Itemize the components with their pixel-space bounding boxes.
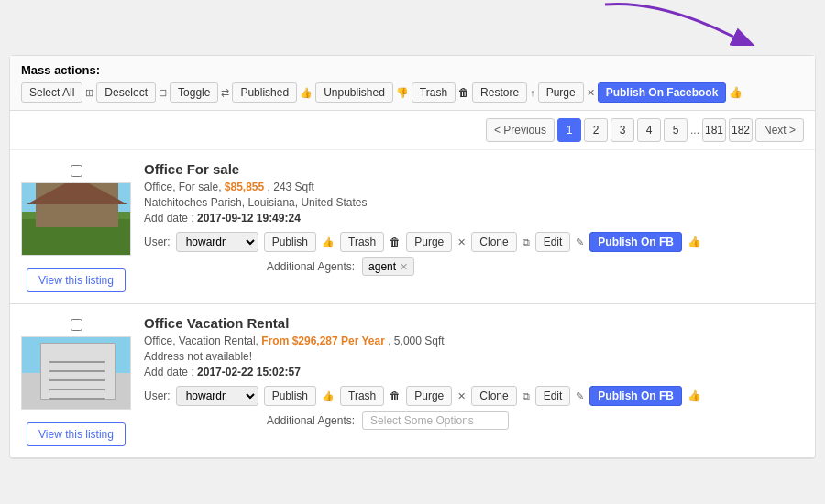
mass-actions-label: Mass actions: (21, 63, 804, 77)
fb-thumb-icon: 👍 (729, 86, 742, 99)
listing-date-1: Add date : 2017-09-12 19:49:24 (144, 212, 804, 225)
listing-publish-button-2[interactable]: Publish (264, 386, 316, 406)
listing-top-2: View this listing Office Vacation Rental… (21, 315, 804, 446)
restore-button[interactable]: Restore (472, 82, 527, 103)
add-date-value-1: 2017-09-12 19:49:24 (197, 212, 301, 225)
restore-icon: ↑ (530, 87, 535, 98)
listing-edit-icon-1: ✎ (576, 236, 584, 248)
user-label-1: User: (144, 236, 170, 248)
page-181-button[interactable]: 181 (702, 118, 726, 142)
listing-info-2: Office Vacation Rental Office, Vacation … (144, 315, 804, 430)
listing-checkbox-2[interactable] (71, 319, 82, 331)
listing-clone-icon-1: ⧉ (522, 236, 530, 248)
select-all-icon: ⊞ (85, 87, 94, 99)
listing-clone-icon-2: ⧉ (522, 390, 530, 402)
listing-trash-button-1[interactable]: Trash (340, 232, 384, 252)
user-label-2: User: (144, 389, 170, 402)
listing-card-2: View this listing Office Vacation Rental… (10, 304, 815, 458)
published-icon: 👍 (300, 87, 313, 99)
listing-publish-fb-button-2[interactable]: Publish On FB (589, 386, 682, 406)
listing-card-1: View this listing Office For sale Office… (10, 150, 815, 304)
view-listing-button-2[interactable]: View this listing (27, 422, 126, 446)
page-1-button[interactable]: 1 (557, 118, 581, 142)
add-date-label-1: Add date : (144, 212, 194, 225)
listing-location-2: Address not available! (144, 350, 804, 363)
listing-fb-thumb-icon-1: 👍 (688, 236, 701, 248)
agents-label-1: Additional Agents: (267, 260, 355, 273)
listing-publish-button-1[interactable]: Publish (264, 232, 316, 252)
prev-page-button[interactable]: < Previous (486, 118, 555, 142)
listing-trash-icon-1: 🗑 (390, 236, 401, 248)
listing-checkbox-1[interactable] (71, 165, 82, 177)
listing-publish-fb-button-1[interactable]: Publish On FB (589, 232, 682, 252)
arrow-annotation (0, 0, 825, 46)
deselect-icon: ⊟ (159, 87, 167, 99)
listing-desc-prefix-2: Office, Vacation Rental, (144, 334, 258, 347)
user-select-2[interactable]: howardr (176, 386, 258, 406)
listing-purge-button-2[interactable]: Purge (406, 386, 452, 406)
pagination-ellipsis: ... (690, 124, 699, 137)
listing-edit-icon-2: ✎ (576, 390, 584, 402)
deselect-button[interactable]: Deselect (96, 82, 156, 103)
listing-edit-button-2[interactable]: Edit (535, 386, 571, 406)
toggle-button[interactable]: Toggle (170, 82, 218, 103)
publish-thumb-icon-1: 👍 (322, 236, 335, 248)
listing-purge-icon-1: ✕ (457, 236, 466, 248)
select-all-button[interactable]: Select All (21, 82, 82, 103)
listing-price-2: From $296,287 Per Year (261, 334, 385, 347)
listing-left-col-1: View this listing (21, 161, 131, 292)
agents-row-2: Additional Agents: Select Some Options (267, 411, 804, 430)
listing-actions-2: User: howardr Publish 👍 Trash 🗑 Purge ✕ … (144, 386, 804, 406)
listing-title-1: Office For sale (144, 161, 804, 177)
purge-icon: ✕ (587, 87, 595, 99)
user-select-1[interactable]: howardr (176, 232, 258, 252)
next-page-button[interactable]: Next > (755, 118, 804, 142)
publish-thumb-icon-2: 👍 (322, 390, 335, 402)
publish-on-facebook-button[interactable]: Publish On Facebook (598, 82, 727, 103)
listing-edit-button-1[interactable]: Edit (535, 232, 571, 252)
listing-clone-button-2[interactable]: Clone (471, 386, 516, 406)
listing-purge-button-1[interactable]: Purge (406, 232, 452, 252)
page-2-button[interactable]: 2 (584, 118, 608, 142)
add-date-value-2: 2017-02-22 15:02:57 (197, 366, 301, 378)
agents-row-1: Additional Agents: agent ✕ (267, 257, 804, 276)
listing-trash-icon-2: 🗑 (390, 389, 401, 402)
listing-clone-button-1[interactable]: Clone (471, 232, 516, 252)
listing-desc-1: Office, For sale, $85,855 , 243 Sqft (144, 181, 804, 193)
page-4-button[interactable]: 4 (637, 118, 661, 142)
listing-price-1: $85,855 (225, 181, 264, 193)
agents-select-2[interactable]: Select Some Options (362, 411, 509, 430)
toggle-icon: ⇄ (221, 87, 229, 99)
page-182-button[interactable]: 182 (729, 118, 753, 142)
pagination-bar: < Previous 1 2 3 4 5 ... 181 182 Next > (10, 111, 815, 150)
trash-button[interactable]: Trash (412, 82, 456, 103)
arrow-svg (587, 0, 770, 46)
listing-desc-suffix-1: , 243 Sqft (268, 181, 314, 193)
add-date-label-2: Add date : (144, 366, 194, 378)
trash-icon: 🗑 (458, 86, 469, 99)
view-listing-button-1[interactable]: View this listing (27, 268, 126, 292)
listing-desc-2: Office, Vacation Rental, From $296,287 P… (144, 334, 804, 347)
listing-desc-suffix-2: , 5,000 Sqft (388, 334, 444, 347)
purge-button[interactable]: Purge (538, 82, 584, 103)
listing-trash-button-2[interactable]: Trash (340, 386, 384, 406)
action-buttons-row: Select All ⊞ Deselect ⊟ Toggle ⇄ Publish… (21, 82, 804, 103)
listing-purge-icon-2: ✕ (457, 390, 466, 402)
page-3-button[interactable]: 3 (610, 118, 634, 142)
mass-actions-bar: Mass actions: Select All ⊞ Deselect ⊟ To… (10, 56, 815, 111)
listing-title-2: Office Vacation Rental (144, 315, 804, 331)
main-container: Mass actions: Select All ⊞ Deselect ⊟ To… (9, 55, 816, 459)
agent-tag-1: agent ✕ (362, 257, 414, 276)
listing-location-1: Natchitoches Parish, Louisiana, United S… (144, 196, 804, 209)
listing-fb-thumb-icon-2: 👍 (688, 389, 701, 402)
agent-remove-icon-1[interactable]: ✕ (400, 261, 408, 273)
listing-actions-1: User: howardr Publish 👍 Trash 🗑 Purge ✕ … (144, 232, 804, 252)
listing-info-1: Office For sale Office, For sale, $85,85… (144, 161, 804, 276)
listing-image-1 (21, 182, 131, 256)
listing-image-2 (21, 336, 131, 410)
listing-date-2: Add date : 2017-02-22 15:02:57 (144, 366, 804, 378)
page-5-button[interactable]: 5 (664, 118, 688, 142)
unpublished-button[interactable]: Unpublished (315, 82, 393, 103)
published-button[interactable]: Published (232, 82, 297, 103)
agent-name-1: agent (368, 260, 396, 273)
